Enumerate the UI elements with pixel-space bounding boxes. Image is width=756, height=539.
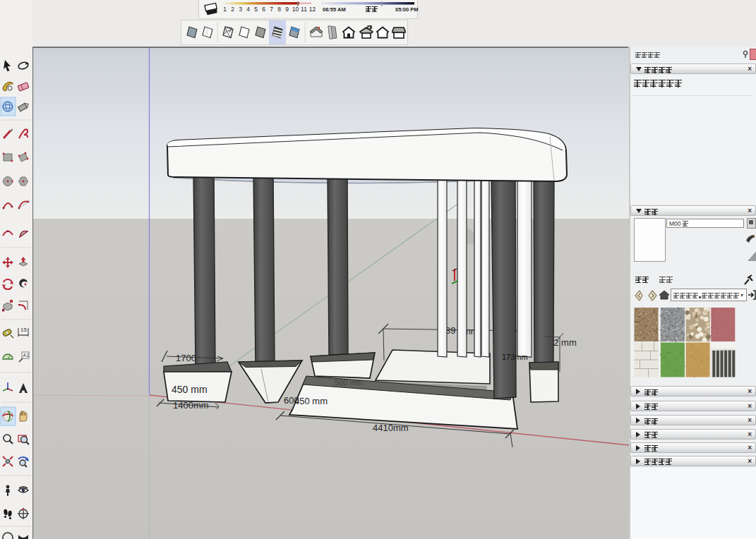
svg-text:450 mm: 450 mm (294, 396, 328, 406)
svg-text:A1: A1 (23, 353, 30, 358)
svg-text:4410mm: 4410mm (373, 423, 409, 433)
svg-text:1700: 1700 (176, 353, 196, 363)
svg-text:15: 15 (20, 327, 27, 333)
svg-text:450 mm: 450 mm (172, 384, 208, 395)
svg-text:500 mm: 500 mm (335, 378, 363, 387)
svg-text:1400mm: 1400mm (173, 400, 209, 411)
svg-text:173mm: 173mm (502, 353, 528, 361)
